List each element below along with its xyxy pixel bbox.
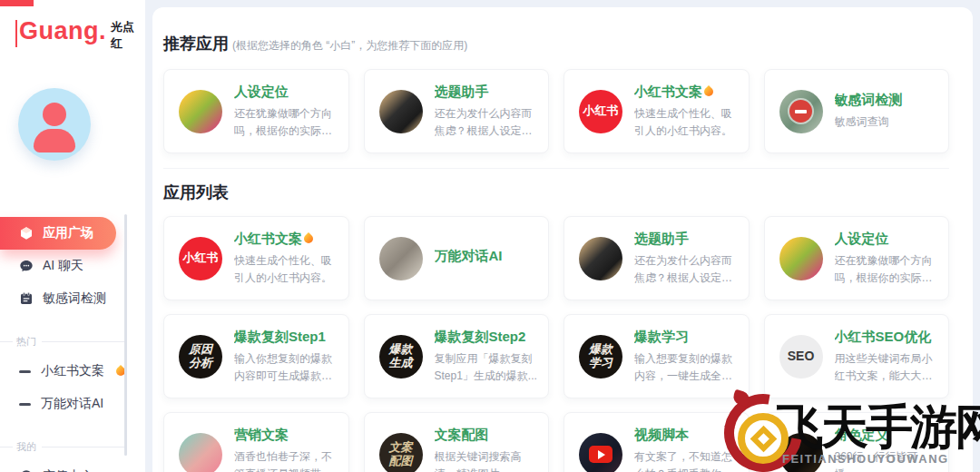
xiaohongshu-badge-icon: 小红书 bbox=[579, 90, 622, 133]
desk-photo-icon bbox=[379, 237, 423, 280]
main-panel: 推荐应用 (根据您选择的角色 “小白”，为您推荐下面的应用) 人设定位 还在犹豫… bbox=[152, 7, 973, 472]
avatar-person-icon bbox=[43, 103, 66, 126]
sidebar-item-universal-chat-ai[interactable]: 万能对话AI bbox=[0, 388, 145, 420]
app-card-description: 根据关键词搜索高清、精准图片... bbox=[435, 448, 538, 472]
logo-text: Guang. bbox=[19, 18, 106, 45]
app-card[interactable]: 爆款 生成 爆款复刻Step2 复制应用「爆款复刻Step1」生成的爆款... bbox=[364, 314, 550, 398]
app-card-description: 还在犹豫做哪个方向吗，根据你的实际情... bbox=[835, 252, 938, 286]
sidebar-item-label: 应用广场 bbox=[43, 225, 93, 241]
sidebar-item-xiaohongshu-copy[interactable]: 小红书文案 bbox=[0, 355, 145, 388]
app-card[interactable]: 小红书 小红书文案 快速生成个性化、吸引人的小红书内容。 bbox=[564, 69, 750, 153]
sidebar-item-recharge-center[interactable]: 充值中心 bbox=[0, 460, 145, 472]
app-card-title: 选题助手 bbox=[634, 231, 689, 248]
app-card[interactable]: 人设定位 还在犹豫做哪个方向吗，根据你的实际情... bbox=[764, 216, 950, 300]
app-card[interactable]: 选题助手 还在为发什么内容而焦虑？根据人设定位，... bbox=[364, 69, 550, 153]
app-card-description: 360行，行行皆可播... bbox=[835, 448, 938, 472]
sidebar-menu: 应用广场 AI 聊天 敏感词检测 热门 小红书文案 万 bbox=[0, 217, 145, 472]
app-card-title: 营销文案 bbox=[234, 427, 289, 444]
hit-learn-badge-icon: 爆款 学习 bbox=[579, 335, 622, 379]
sidebar-item-label: 万能对话AI bbox=[41, 396, 103, 412]
sidebar-item-label: 敏感词检测 bbox=[43, 290, 106, 307]
top-accent-bar bbox=[0, 0, 34, 6]
dash-icon bbox=[19, 403, 31, 406]
tablet-photo-icon bbox=[379, 90, 423, 133]
app-card[interactable]: 原因 分析 爆款复刻Step1 输入你想复刻的爆款内容即可生成爆款原因... bbox=[163, 314, 349, 398]
logo-caret bbox=[15, 20, 17, 47]
app-card-description: 酒香也怕巷子深，不管直播还是视频带货... bbox=[234, 448, 338, 472]
brand-logo: Guang. 光点红 bbox=[15, 18, 145, 52]
app-card[interactable]: SEO 小红书SEO优化 用这些关键词布局小红书文案，能大大提升... bbox=[764, 314, 950, 398]
app-card[interactable]: 小红书 小红书文案 快速生成个性化、吸引人的小红书内容。 bbox=[163, 216, 349, 300]
xiaohongshu-badge-icon: 小红书 bbox=[179, 237, 222, 280]
app-list-section-header: 应用列表 bbox=[163, 182, 949, 203]
app-card-title: 选题助手 bbox=[435, 84, 489, 101]
app-card-description: 还在为发什么内容而焦虑？根据人设定位，... bbox=[435, 105, 538, 139]
app-card-title: 爆款复刻Step1 bbox=[234, 329, 326, 346]
app-card-title: 文案配图 bbox=[435, 427, 489, 444]
app-card-title: 万能对话AI bbox=[435, 248, 503, 265]
app-card[interactable]: 爆款 学习 爆款学习 输入想要复刻的爆款内容，一键生成全新的... bbox=[564, 314, 750, 398]
chat-icon bbox=[19, 259, 34, 273]
flame-icon bbox=[302, 232, 315, 245]
section-title: 推荐应用 bbox=[163, 33, 229, 54]
app-card[interactable]: 文案 配图 文案配图 根据关键词搜索高清、精准图片... bbox=[364, 412, 550, 472]
flame-icon bbox=[702, 85, 715, 98]
tablet-photo-icon bbox=[579, 237, 622, 280]
sidebar-item-label: 小红书文案 bbox=[41, 363, 104, 379]
hit-generate-badge-icon: 爆款 生成 bbox=[379, 335, 423, 379]
app-card[interactable]: 敏感词检测 敏感词查询 bbox=[764, 69, 950, 153]
sidebar-scrollbar[interactable] bbox=[124, 214, 127, 456]
app-card-description: 还在为发什么内容而焦虑？根据人设定位，... bbox=[634, 252, 738, 286]
copy-image-badge-icon: 文案 配图 bbox=[379, 433, 423, 472]
app-card[interactable]: 万能对话AI bbox=[364, 216, 550, 300]
logo-suffix: 光点红 bbox=[111, 19, 145, 52]
app-card-description: 输入你想复刻的爆款内容即可生成爆款原因... bbox=[234, 350, 338, 384]
user-avatar[interactable] bbox=[18, 88, 91, 161]
app-card-description: 有文案了，不知道怎么拍？手把手教你角度... bbox=[634, 448, 738, 472]
app-card-description: 快速生成个性化、吸引人的小红书内容。 bbox=[234, 252, 338, 286]
app-card-title: 爆款复刻Step2 bbox=[435, 329, 526, 346]
sidebar: Guang. 光点红 应用广场 AI 聊天 bbox=[0, 0, 145, 472]
app-card[interactable]: 营销文案 酒香也怕巷子深，不管直播还是视频带货... bbox=[163, 412, 349, 472]
app-card-description: 快速生成个性化、吸引人的小红书内容。 bbox=[634, 105, 738, 139]
app-card-description: 还在犹豫做哪个方向吗，根据你的实际情... bbox=[234, 105, 338, 139]
play-button-icon bbox=[589, 446, 612, 463]
app-card-description: 输入想要复刻的爆款内容，一键生成全新的... bbox=[634, 350, 738, 384]
app-card[interactable]: 人设定位 还在犹豫做哪个方向吗，根据你的实际情... bbox=[163, 69, 349, 153]
app-card-title: 视频脚本 bbox=[634, 427, 689, 444]
dark-photo-icon bbox=[779, 433, 823, 472]
app-card-title: 小红书文案 bbox=[234, 231, 302, 248]
section-note: (根据您选择的角色 “小白”，为您推荐下面的应用) bbox=[232, 38, 467, 54]
lightbulb-photo-icon bbox=[179, 433, 222, 472]
app-card[interactable]: 选题助手 还在为发什么内容而焦虑？根据人设定位，... bbox=[564, 216, 750, 300]
app-card-title: 角色定义 bbox=[835, 427, 889, 444]
app-card-title: 爆款学习 bbox=[634, 329, 689, 346]
sidebar-item-ai-chat[interactable]: AI 聊天 bbox=[0, 250, 145, 282]
sidebar-item-app-plaza[interactable]: 应用广场 bbox=[0, 217, 116, 250]
person-photo-icon bbox=[179, 90, 222, 133]
app-card-title: 人设定位 bbox=[835, 231, 889, 248]
youtube-icon bbox=[579, 433, 622, 472]
seo-badge-icon: SEO bbox=[779, 335, 823, 379]
app-card-title: 敏感词检测 bbox=[835, 92, 903, 109]
section-label-hot: 热门 bbox=[0, 335, 145, 348]
sidebar-item-sensitive-words[interactable]: 敏感词检测 bbox=[0, 282, 145, 315]
app-card-description: 复制应用「爆款复刻Step1」生成的爆款... bbox=[435, 350, 538, 384]
app-card[interactable]: 视频脚本 有文案了，不知道怎么拍？手把手教你角度... bbox=[564, 412, 750, 472]
app-card-description: 用这些关键词布局小红书文案，能大大提升... bbox=[835, 350, 938, 384]
section-label-mine: 我的 bbox=[0, 440, 145, 453]
cube-icon bbox=[19, 226, 34, 241]
sidebar-item-label: 充值中心 bbox=[43, 468, 93, 472]
reason-analysis-badge-icon: 原因 分析 bbox=[179, 335, 222, 379]
app-card-title: 小红书SEO优化 bbox=[835, 329, 932, 346]
section-title: 应用列表 bbox=[163, 182, 229, 203]
no-entry-photo-icon bbox=[779, 90, 823, 133]
app-list-grid: 小红书 小红书文案 快速生成个性化、吸引人的小红书内容。 万能对话AI 选题助手… bbox=[163, 216, 949, 472]
person-photo-icon bbox=[779, 237, 823, 280]
dash-icon bbox=[19, 370, 31, 373]
app-card[interactable]: 角色定义 360行，行行皆可播... bbox=[764, 412, 950, 472]
app-card-title: 小红书文案 bbox=[634, 84, 702, 101]
sidebar-item-label: AI 聊天 bbox=[43, 258, 83, 274]
app-card-description: 敏感词查询 bbox=[835, 113, 938, 131]
avatar-person-icon bbox=[34, 129, 75, 152]
